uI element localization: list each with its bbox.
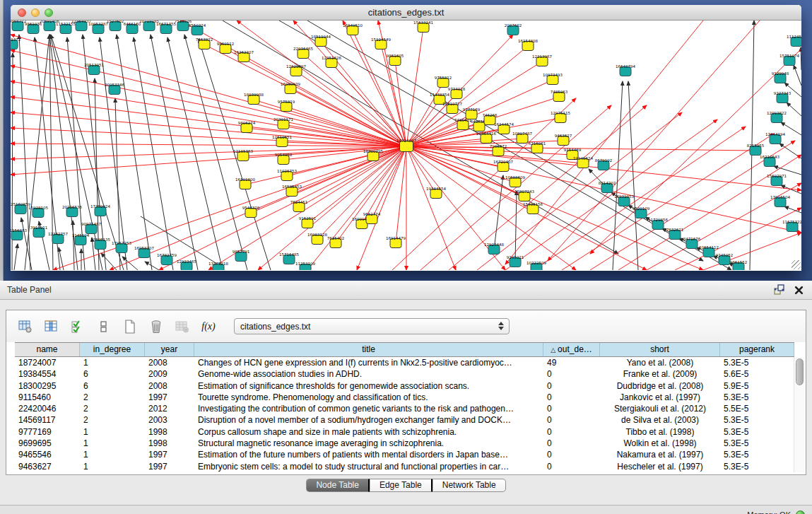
table-row[interactable]: 946362711997Embryonic stem cells: a mode… bbox=[15, 461, 794, 472]
table-cell[interactable]: de Silva et al. (2003) bbox=[600, 414, 720, 426]
table-cell[interactable]: 9115460 bbox=[15, 392, 80, 403]
table-cell[interactable]: 18724007 bbox=[15, 357, 80, 368]
table-cell[interactable]: 0 bbox=[543, 438, 600, 449]
table-cell[interactable]: 5.3E-5 bbox=[720, 438, 794, 449]
graph-edge[interactable] bbox=[101, 253, 117, 270]
graph-edge[interactable] bbox=[122, 257, 138, 270]
graph-edge[interactable] bbox=[406, 146, 456, 270]
function-builder-icon[interactable]: f(x) bbox=[199, 317, 218, 336]
table-cell[interactable]: 0 bbox=[543, 414, 600, 426]
table-cell[interactable]: 0 bbox=[543, 392, 600, 403]
graph-edge[interactable] bbox=[357, 146, 406, 270]
graph-edge[interactable] bbox=[11, 128, 406, 146]
delete-table-icon-disabled[interactable] bbox=[173, 317, 192, 336]
table-row[interactable]: 977716911998Corpus callosum shape and si… bbox=[15, 426, 794, 438]
column-header-year[interactable]: year bbox=[145, 343, 194, 356]
table-cell[interactable]: 0 bbox=[543, 426, 600, 438]
splitter-strip[interactable] bbox=[0, 0, 4, 281]
table-cell[interactable]: 5.3E-5 bbox=[720, 426, 794, 438]
table-cell[interactable]: 18300295 bbox=[15, 380, 80, 392]
graph-edge[interactable] bbox=[590, 49, 801, 254]
graph-edge[interactable] bbox=[613, 81, 623, 270]
close-panel-icon[interactable] bbox=[794, 285, 804, 298]
column-header-name[interactable]: name bbox=[15, 343, 80, 356]
graph-edge[interactable] bbox=[628, 81, 638, 270]
graph-edge[interactable] bbox=[703, 233, 801, 270]
graph-edge[interactable] bbox=[787, 103, 801, 116]
selection-mode-icon[interactable] bbox=[69, 317, 87, 336]
table-cell[interactable]: 1997 bbox=[145, 461, 194, 472]
table-cell[interactable]: 1998 bbox=[145, 426, 194, 438]
table-cell[interactable]: Embryonic stem cells: a model to study s… bbox=[194, 461, 543, 472]
table-cell[interactable]: Investigating the contribution of common… bbox=[194, 403, 543, 414]
column-header-pagerank[interactable]: pagerank bbox=[720, 343, 794, 356]
graph-edge[interactable] bbox=[396, 146, 406, 243]
table-cell[interactable]: Tourette syndrome. Phenomenology and cla… bbox=[194, 392, 543, 403]
graph-edge[interactable] bbox=[406, 146, 703, 270]
graph-edge[interactable] bbox=[562, 134, 774, 270]
tab-node-table[interactable]: Node Table bbox=[306, 479, 370, 492]
graph-edge[interactable] bbox=[11, 97, 406, 146]
window-close-button[interactable] bbox=[18, 8, 26, 17]
table-cell[interactable]: 2 bbox=[80, 403, 145, 414]
table-cell[interactable]: 9465546 bbox=[15, 449, 80, 460]
show-columns-icon[interactable] bbox=[42, 317, 61, 336]
graph-edge[interactable] bbox=[159, 146, 406, 270]
graph-edge[interactable] bbox=[100, 37, 127, 270]
table-cell[interactable]: Corpus callosum shape and size in male p… bbox=[194, 426, 543, 438]
table-cell[interactable]: 5.3E-5 bbox=[720, 449, 794, 460]
graph-edge[interactable] bbox=[14, 244, 18, 270]
table-cell[interactable]: 5.6E-5 bbox=[720, 368, 794, 380]
graph-edge[interactable] bbox=[794, 65, 801, 86]
table-cell[interactable]: 1998 bbox=[145, 438, 194, 449]
column-header-in_degree[interactable]: in_degree bbox=[80, 343, 145, 356]
table-cell[interactable]: 5.9E-5 bbox=[720, 380, 794, 392]
table-cell[interactable]: 1997 bbox=[145, 449, 194, 460]
graph-edge[interactable] bbox=[199, 39, 271, 270]
window-titlebar[interactable]: citations_edges.txt bbox=[11, 5, 801, 21]
graph-edge[interactable] bbox=[11, 81, 406, 146]
graph-edge[interactable] bbox=[801, 47, 801, 70]
window-zoom-button[interactable] bbox=[45, 8, 53, 17]
table-cell[interactable]: Estimation of significance thresholds fo… bbox=[194, 380, 543, 392]
table-cell[interactable]: 2 bbox=[80, 414, 145, 426]
table-cell[interactable]: 19384554 bbox=[15, 368, 80, 380]
table-cell[interactable]: 1997 bbox=[145, 392, 194, 403]
table-cell[interactable]: 0 bbox=[543, 461, 600, 472]
table-cell[interactable]: Stergiakouli et al. (2012) bbox=[600, 403, 720, 414]
table-cell[interactable]: 2012 bbox=[145, 403, 194, 414]
graph-edge[interactable] bbox=[11, 50, 406, 146]
table-cell[interactable]: Structural magnetic resonance image aver… bbox=[194, 438, 543, 449]
table-cell[interactable]: 5.3E-5 bbox=[720, 357, 794, 368]
network-canvas[interactable]: 4055712986103620691406115321551236493710… bbox=[11, 21, 801, 270]
network-graph[interactable]: 4055712986103620691406115321551236493710… bbox=[11, 21, 801, 270]
table-cell[interactable]: 2003 bbox=[145, 414, 194, 426]
float-panel-icon[interactable] bbox=[774, 284, 784, 298]
table-cell[interactable]: Changes of HCN gene expression and I(f) … bbox=[194, 357, 543, 368]
table-cell[interactable]: 9777169 bbox=[15, 426, 80, 438]
table-cell[interactable]: 1 bbox=[80, 438, 145, 449]
graph-edge[interactable] bbox=[151, 35, 198, 270]
table-cell[interactable]: Estimation of the future numbers of pati… bbox=[194, 449, 543, 460]
table-cell[interactable]: 49 bbox=[543, 357, 600, 368]
graph-edge[interactable] bbox=[117, 35, 152, 270]
graph-edge[interactable] bbox=[307, 146, 406, 270]
table-cell[interactable]: Nakamura et al. (1997) bbox=[600, 449, 720, 460]
tab-network-table[interactable]: Network Table bbox=[433, 479, 506, 492]
table-cell[interactable]: 5.5E-5 bbox=[720, 403, 794, 414]
table-cell[interactable]: 0 bbox=[543, 368, 600, 380]
table-cell[interactable]: Wolkin et al. (1998) bbox=[600, 438, 720, 449]
graph-edge[interactable] bbox=[299, 146, 406, 207]
column-header-out_de[interactable]: △out_de… bbox=[543, 343, 600, 356]
table-cell[interactable]: 6 bbox=[80, 368, 145, 380]
table-cell[interactable]: 0 bbox=[543, 403, 600, 414]
graph-edge[interactable] bbox=[204, 45, 406, 146]
vertical-scrollbar[interactable] bbox=[794, 357, 804, 472]
table-cell[interactable]: 14569117 bbox=[15, 414, 80, 426]
table-cell[interactable]: Tibbo et al. (1998) bbox=[600, 426, 720, 438]
table-cell[interactable]: 1 bbox=[80, 357, 145, 368]
column-header-title[interactable]: title bbox=[194, 343, 543, 356]
table-cell[interactable]: 1 bbox=[80, 449, 145, 460]
table-mode-icon[interactable] bbox=[16, 317, 35, 336]
table-row[interactable]: 911546021997Tourette syndrome. Phenomeno… bbox=[15, 392, 794, 403]
